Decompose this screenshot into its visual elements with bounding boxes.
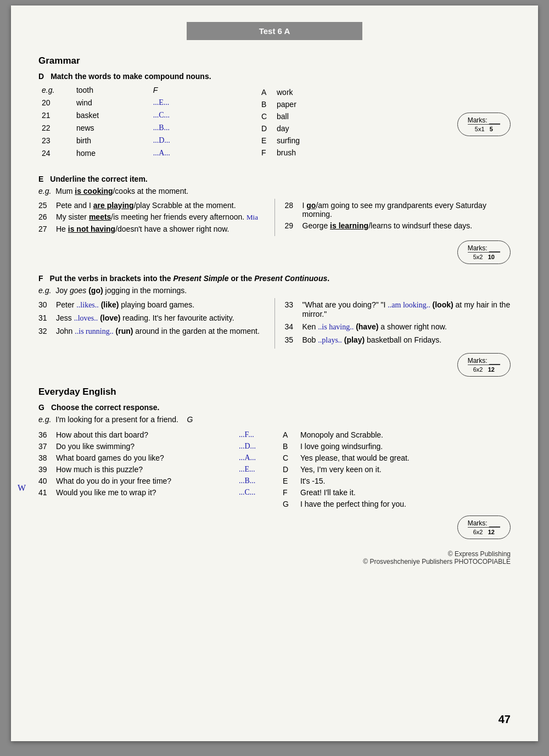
list-item: 25 Pete and I are playing/play Scrabble …: [38, 201, 265, 210]
table-row: 23 birth ...D...: [38, 134, 236, 147]
marks-box-e: Marks: ___ 5x2 10: [457, 240, 511, 264]
partg-questions: 36 How about this dart board? ...F... 37…: [38, 428, 266, 511]
list-item: 33 "What are you doing?" "I ..am looking…: [285, 300, 511, 318]
list-item: B I love going windsurfing.: [283, 442, 511, 451]
marks-box-d: Marks: ___ 5x1 5: [457, 113, 511, 136]
list-item: D Yes, I'm very keen on it.: [283, 465, 511, 474]
grammar-section: Grammar D Match the words to make compou…: [38, 55, 511, 377]
list-item: 28 I go/am going to see my grandparents …: [285, 201, 511, 219]
list-item: C Yes please, that would be great.: [283, 453, 511, 462]
partf-instruction: Put the verbs in brackets into the Prese…: [50, 274, 330, 283]
footer: © Express Publishing © Prosveshcheniye P…: [38, 550, 511, 565]
copyright2: © Prosveshcheniye Publishers PHOTOCOPIAB…: [363, 558, 511, 565]
list-item: 36 How about this dart board? ...F...: [38, 430, 266, 439]
list-item: 35 Bob ..plays.. (play) basketball on Fr…: [285, 335, 511, 345]
partf-letter: F: [38, 274, 43, 283]
parte-letter: E: [38, 175, 43, 183]
marks-wrapper-g: Marks: ___ 6x2 12: [38, 516, 511, 539]
list-item: 37 Do you like swimming? ...D...: [38, 442, 266, 451]
parte-eg: e.g. Mum is cooking/cooks at the moment.: [38, 187, 511, 195]
list-item: E It's -15.: [283, 477, 511, 485]
partd-instruction: Match the words to make compound nouns.: [51, 72, 211, 81]
partg-options: A Monopoly and Scrabble. B I love going …: [266, 428, 511, 511]
page: Test 6 A Grammar D Match the words to ma…: [11, 5, 538, 741]
marks-wrapper-e: Marks: ___ 5x2 10: [38, 240, 511, 264]
list-item: F Great! I'll take it.: [283, 488, 511, 497]
parte-col-left: 25 Pete and I are playing/play Scrabble …: [38, 199, 275, 236]
table-row: Awork: [258, 86, 456, 98]
part-d: D Match the words to make compound nouns…: [38, 72, 511, 165]
partd-letter: D: [38, 72, 44, 81]
list-item: G I have the perfect thing for you.: [283, 500, 511, 508]
everyday-english-title: Everyday English: [38, 387, 511, 397]
marks-wrapper-f: Marks: ___ 6x2 12: [38, 353, 511, 377]
partg-content: 36 How about this dart board? ...F... 37…: [38, 428, 511, 511]
match-eg-row: e.g. tooth F: [38, 84, 236, 96]
eg-label: e.g.: [38, 84, 73, 96]
list-item: 30 Peter ..likes.. (like) playing board …: [38, 300, 265, 310]
partg-eg: e.g. I'm looking for a present for a fri…: [38, 415, 511, 424]
list-item: 40 What do you do in your free time? ...…: [38, 477, 266, 485]
partf-col-left: 30 Peter ..likes.. (like) playing board …: [38, 298, 275, 349]
partf-eg: e.g. Joy goes (go) jogging in the mornin…: [38, 286, 511, 295]
header-bar: Test 6 A: [187, 22, 362, 40]
part-e: E Underline the correct item. e.g. Mum i…: [38, 175, 511, 264]
list-item: 31 Jess ..loves.. (love) reading. It's h…: [38, 313, 265, 323]
list-item: 26 My sister meets/is meeting her friend…: [38, 212, 265, 222]
list-item: 39 How much is this puzzle? ...E...: [38, 465, 266, 474]
grammar-title: Grammar: [38, 55, 511, 66]
everyday-english-section: Everyday English G Choose the correct re…: [38, 387, 511, 539]
table-row: 24 home ...A...: [38, 147, 236, 159]
eg-word: tooth: [73, 84, 150, 96]
table-row: Esurfing: [258, 135, 456, 147]
list-item: 41 Would you like me to wrap it? ...C...: [38, 488, 266, 497]
left-margin-note: W: [18, 483, 26, 493]
marks-box-g: Marks: ___ 6x2 12: [457, 516, 511, 539]
table-row: Fbrush: [258, 147, 456, 159]
table-row: Bpaper: [258, 98, 456, 110]
list-item: 32 John ..is running.. (run) around in t…: [38, 327, 265, 336]
partg-letter: G: [38, 403, 44, 412]
partf-col-right: 33 "What are you doing?" "I ..am looking…: [275, 298, 511, 349]
table-row: 20 wind ...E...: [38, 96, 236, 109]
part-f: F Put the verbs in brackets into the Pre…: [38, 274, 511, 377]
page-number: 47: [498, 713, 511, 726]
options-table: Awork Bpaper Cball Dday Esurfing Fbrush: [258, 86, 456, 159]
table-row: 21 basket ...C...: [38, 109, 236, 121]
table-row: Cball: [258, 110, 456, 122]
table-row: 22 news ...B...: [38, 121, 236, 134]
eg-answer: F: [150, 84, 236, 96]
part-g: G Choose the correct response. e.g. I'm …: [38, 403, 511, 539]
list-item: 38 What board games do you like? ...A...: [38, 453, 266, 462]
list-item: 29 George is learning/learns to windsurf…: [285, 221, 511, 230]
table-row: Dday: [258, 122, 456, 135]
list-item: A Monopoly and Scrabble.: [283, 430, 511, 439]
marks-box-f: Marks: ___ 6x2 12: [457, 353, 511, 377]
parte-twocol: 25 Pete and I are playing/play Scrabble …: [38, 199, 511, 236]
parte-col-right: 28 I go/am going to see my grandparents …: [275, 199, 511, 236]
copyright1: © Express Publishing: [448, 550, 511, 558]
list-item: 27 He is not having/doesn't have a showe…: [38, 225, 265, 233]
match-table: e.g. tooth F 20 wind ...E... 21 basket: [38, 84, 236, 159]
partf-twocol: 30 Peter ..likes.. (like) playing board …: [38, 298, 511, 349]
header-title: Test 6 A: [259, 26, 290, 36]
list-item: 34 Ken ..is having.. (have) a shower rig…: [285, 322, 511, 332]
parte-instruction: Underline the correct item.: [50, 175, 147, 183]
partg-instruction: Choose the correct response.: [51, 403, 160, 412]
